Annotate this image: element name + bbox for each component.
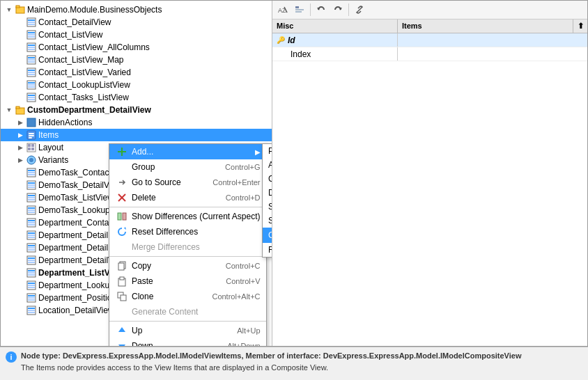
undo-button[interactable] bbox=[314, 2, 329, 17]
svg-rect-19 bbox=[28, 70, 35, 71]
contact-lookup-label: Contact_LookupListView bbox=[38, 80, 130, 90]
prop-value-index[interactable] bbox=[398, 47, 587, 61]
expand-custom-dept[interactable]: ▼ bbox=[3, 104, 15, 116]
member-interface: DevExpress.ExpressApp.Model.IModelCompos… bbox=[323, 351, 522, 360]
col-property: Misc bbox=[272, 19, 398, 33]
svg-rect-27 bbox=[28, 95, 35, 96]
svg-rect-41 bbox=[31, 148, 34, 150]
tree-item-hidden-actions[interactable]: ▶ HiddenActions bbox=[1, 116, 272, 129]
tree-item-items[interactable]: ▶ Items bbox=[1, 129, 272, 141]
svg-rect-89 bbox=[28, 308, 35, 309]
contact-varied-label: Contact_ListView_Varied bbox=[38, 68, 131, 77]
tree-item-contact-varied[interactable]: ▶ Contact_ListView_Varied bbox=[1, 66, 272, 79]
context-menu[interactable]: Add... ▶ Group Control+G Go to Source Co bbox=[109, 143, 267, 346]
menu-up[interactable]: Up Alt+Up bbox=[109, 323, 266, 338]
tree-item-contact-detail[interactable]: ▶ Contact_DetailView bbox=[1, 16, 272, 29]
menu-reset-diff[interactable]: Reset Differences bbox=[109, 224, 266, 239]
down-icon bbox=[115, 340, 129, 346]
index-label: Index bbox=[291, 49, 311, 59]
svg-rect-58 bbox=[28, 209, 35, 211]
lv-icon-loc bbox=[26, 305, 37, 316]
listview-icon3 bbox=[26, 42, 37, 53]
down-shortcut: Alt+Down bbox=[227, 342, 260, 346]
menu-merge-diff[interactable]: Merge Differences bbox=[109, 239, 266, 255]
lv-icon-dept2 bbox=[26, 230, 37, 241]
menu-paste[interactable]: Paste Control+V bbox=[109, 274, 266, 289]
svg-marker-98 bbox=[124, 227, 126, 230]
expand-layout[interactable]: ▶ bbox=[15, 142, 26, 153]
tree-item-custom-dept[interactable]: ▼ CustomDepartment_DetailView bbox=[1, 104, 272, 116]
svg-rect-17 bbox=[28, 61, 35, 63]
menu-goto[interactable]: Go to Source Control+Enter bbox=[109, 175, 266, 190]
svg-rect-65 bbox=[28, 232, 35, 234]
group-shortcut: Control+G bbox=[225, 163, 260, 171]
svg-rect-85 bbox=[28, 295, 35, 296]
listview-icon2 bbox=[26, 29, 37, 40]
svg-rect-12 bbox=[28, 47, 35, 48]
expand-variants[interactable]: ▶ bbox=[15, 155, 26, 166]
prop-value-id[interactable] bbox=[398, 33, 587, 47]
goto-shortcut: Control+Enter bbox=[212, 178, 260, 187]
status-text: Node type: DevExpress.ExpressApp.Model.I… bbox=[21, 350, 522, 373]
status-line1: Node type: DevExpress.ExpressApp.Model.I… bbox=[21, 350, 522, 362]
expand-grid-button[interactable]: ⬆ bbox=[573, 19, 587, 33]
tree-item-root[interactable]: ▼ MainDemo.Module.BusinessObjects bbox=[1, 3, 272, 16]
sort-alpha-button[interactable]: AZ bbox=[275, 2, 291, 17]
sort-cat-button[interactable] bbox=[292, 2, 307, 17]
menu-add[interactable]: Add... ▶ bbox=[109, 144, 266, 159]
tree-item-contact-listview[interactable]: ▶ Contact_ListView bbox=[1, 29, 272, 41]
menu-show-diff[interactable]: Show Differences (Current Aspect) bbox=[109, 209, 266, 224]
copy-icon bbox=[115, 260, 129, 271]
menu-delete[interactable]: Delete Control+D bbox=[109, 190, 266, 205]
status-bar: i Node type: DevExpress.ExpressApp.Model… bbox=[0, 347, 588, 380]
expand-root[interactable]: ▼ bbox=[3, 4, 15, 15]
svg-rect-20 bbox=[28, 72, 35, 73]
layout-label: Layout bbox=[38, 143, 63, 152]
svg-rect-36 bbox=[29, 137, 32, 138]
expand-hidden[interactable]: ▶ bbox=[15, 117, 26, 128]
clone-icon bbox=[115, 291, 129, 302]
svg-rect-83 bbox=[28, 287, 35, 288]
items-label: Items bbox=[38, 130, 59, 140]
svg-rect-7 bbox=[28, 32, 35, 33]
tree-item-contact-tasks[interactable]: ▶ Contact_Tasks_ListView bbox=[1, 91, 272, 104]
svg-rect-91 bbox=[28, 312, 35, 313]
svg-rect-24 bbox=[28, 84, 35, 86]
col-items: Items bbox=[398, 19, 573, 33]
svg-rect-90 bbox=[28, 310, 35, 311]
group-icon bbox=[115, 161, 129, 173]
svg-marker-106 bbox=[118, 345, 125, 346]
menu-group[interactable]: Group Control+G bbox=[109, 159, 266, 175]
menu-clone[interactable]: Clone Control+Alt+C bbox=[109, 289, 266, 304]
link-button[interactable] bbox=[352, 2, 367, 17]
svg-rect-45 bbox=[28, 170, 35, 171]
svg-rect-28 bbox=[28, 97, 35, 98]
redo-button[interactable] bbox=[330, 2, 346, 17]
sep1 bbox=[109, 207, 266, 207]
copy-label: Copy bbox=[132, 261, 215, 271]
svg-rect-57 bbox=[28, 207, 35, 209]
menu-generate[interactable]: Generate Content bbox=[109, 304, 266, 319]
svg-rect-46 bbox=[28, 172, 35, 173]
show-diff-icon bbox=[115, 211, 129, 222]
svg-point-43 bbox=[29, 158, 33, 162]
svg-rect-40 bbox=[28, 148, 31, 150]
merge-diff-label: Merge Differences bbox=[132, 242, 261, 252]
tree-item-contact-lookup[interactable]: ▶ Contact_LookupListView bbox=[1, 79, 272, 91]
up-icon bbox=[115, 325, 129, 336]
menu-down[interactable]: Down Alt+Down bbox=[109, 338, 266, 346]
svg-rect-66 bbox=[28, 235, 35, 236]
demotask-detail-label: DemoTask_ListView bbox=[38, 193, 114, 203]
show-diff-label: Show Differences (Current Aspect) bbox=[132, 212, 261, 221]
svg-rect-9 bbox=[28, 36, 35, 38]
svg-rect-62 bbox=[28, 222, 35, 223]
prop-name-index: Index bbox=[272, 47, 398, 61]
svg-rect-87 bbox=[28, 299, 35, 301]
menu-copy[interactable]: Copy Control+C bbox=[109, 258, 266, 274]
svg-rect-102 bbox=[120, 277, 124, 280]
copy-shortcut: Control+C bbox=[226, 262, 261, 270]
node-type-prefix: Node type: bbox=[21, 351, 63, 360]
tree-item-contact-map[interactable]: ▶ Contact_ListView_Map bbox=[1, 54, 272, 66]
tree-item-contact-all[interactable]: ▶ Contact_ListView_AllColumns bbox=[1, 41, 272, 54]
expand-items[interactable]: ▶ bbox=[15, 129, 26, 141]
